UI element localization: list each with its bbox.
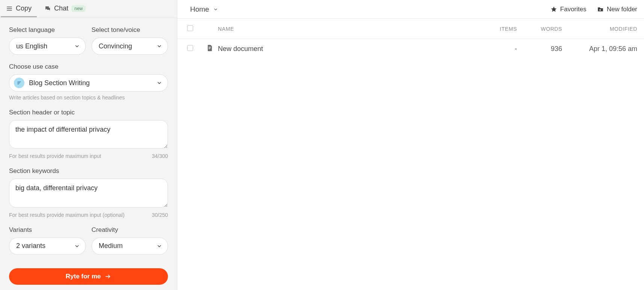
section-keywords-label: Section keywords <box>9 167 168 175</box>
tone-label: Select tone/voice <box>92 26 168 34</box>
row-modified: Apr 1, 09:56 am <box>562 45 637 53</box>
creativity-select[interactable]: Medium <box>92 237 168 255</box>
section-keywords-counter: 30/250 <box>152 212 168 218</box>
svg-rect-8 <box>599 9 601 10</box>
col-name-header: NAME <box>218 26 472 32</box>
new-badge: new <box>71 5 86 12</box>
usecase-select[interactable]: Blog Section Writing <box>9 74 168 92</box>
creativity-label: Creativity <box>92 226 168 234</box>
section-keywords-hint: For best results provide maximum input (… <box>9 212 124 218</box>
favorites-button[interactable]: Favorites <box>550 6 587 13</box>
chevron-down-icon <box>213 7 218 12</box>
section-header-label: Section header or topic <box>9 109 168 116</box>
menu-icon <box>6 5 13 12</box>
list-header: NAME ITEMS WORDS MODIFIED <box>177 19 644 39</box>
table-row[interactable]: New document - 936 Apr 1, 09:56 am <box>177 39 644 59</box>
variants-select[interactable]: 2 variants <box>9 237 86 255</box>
tone-select[interactable]: Convincing <box>92 38 168 55</box>
section-header-hint: For best results provide maximum input <box>9 153 101 159</box>
chevron-down-icon <box>74 243 80 249</box>
document-icon <box>206 44 213 52</box>
new-folder-label: New folder <box>607 6 637 13</box>
main-panel: Home Favorites New folder NAME ITEMS WOR… <box>177 0 644 290</box>
row-name: New document <box>218 45 472 53</box>
chevron-down-icon <box>156 243 162 249</box>
chevron-down-icon <box>156 80 162 86</box>
select-all-checkbox[interactable] <box>187 25 193 31</box>
folder-plus-icon <box>597 6 604 13</box>
section-header-input[interactable] <box>9 120 168 149</box>
tab-copy[interactable]: Copy <box>4 1 34 17</box>
new-folder-button[interactable]: New folder <box>597 6 637 13</box>
breadcrumb-label: Home <box>190 5 209 14</box>
usecase-icon <box>14 78 24 88</box>
col-items-header: ITEMS <box>472 26 517 32</box>
svg-rect-9 <box>209 47 211 47</box>
language-label: Select language <box>9 26 86 34</box>
tone-value: Convincing <box>99 42 132 50</box>
tab-chat-label: Chat <box>54 5 68 12</box>
star-icon <box>550 6 557 13</box>
usecase-value: Blog Section Writing <box>29 79 90 87</box>
usecase-label: Choose use case <box>9 63 168 71</box>
favorites-label: Favorites <box>560 6 587 13</box>
row-checkbox[interactable] <box>187 45 193 51</box>
tab-chat[interactable]: Chat new <box>42 1 88 17</box>
svg-rect-11 <box>209 48 210 49</box>
variants-label: Variants <box>9 226 86 234</box>
top-bar: Home Favorites New folder <box>177 0 644 19</box>
svg-rect-10 <box>209 48 211 48</box>
row-items: - <box>472 45 517 53</box>
chevron-down-icon <box>156 43 162 49</box>
col-modified-header: MODIFIED <box>562 26 637 32</box>
chevron-down-icon <box>74 43 80 49</box>
sidebar: Copy Chat new Select language us English <box>0 0 177 290</box>
arrow-right-icon <box>104 273 111 280</box>
language-value: us English <box>16 42 47 50</box>
tab-copy-label: Copy <box>16 5 32 12</box>
usecase-hint: Write articles based on section topics &… <box>9 95 168 101</box>
ryte-for-me-button[interactable]: Ryte for me <box>9 268 168 285</box>
cta-label: Ryte for me <box>66 273 101 280</box>
col-words-header: WORDS <box>517 26 562 32</box>
section-keywords-input[interactable] <box>9 179 168 207</box>
chat-icon <box>44 5 51 12</box>
variants-value: 2 variants <box>16 242 45 250</box>
breadcrumb-home[interactable]: Home <box>190 5 218 14</box>
language-select[interactable]: us English <box>9 38 86 55</box>
row-words: 936 <box>517 45 562 53</box>
section-header-counter: 34/300 <box>152 153 168 159</box>
creativity-value: Medium <box>99 242 123 250</box>
sidebar-tabs: Copy Chat new <box>0 0 177 18</box>
